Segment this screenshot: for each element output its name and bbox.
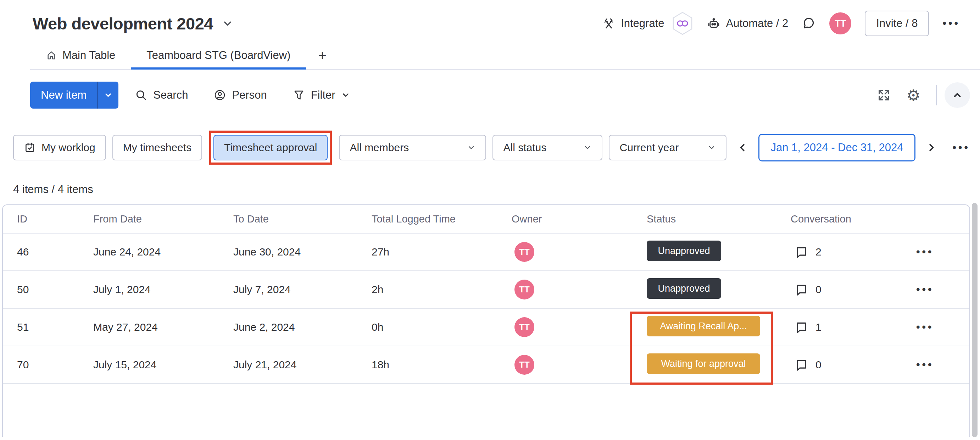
invite-button[interactable]: Invite / 8 (865, 11, 929, 36)
chevron-left-icon (737, 142, 748, 153)
column-header-conversation[interactable]: Conversation (791, 213, 911, 225)
header-more-menu[interactable]: ••• (942, 18, 960, 29)
column-header-status[interactable]: Status (647, 213, 791, 225)
tab-label: Teamboard STG (BoardView) (146, 49, 290, 62)
members-dropdown-value: All members (350, 142, 409, 154)
table-row[interactable]: 70 July 15, 2024 July 21, 2024 18h TT Wa… (3, 346, 969, 384)
cell-from-date[interactable]: July 1, 2024 (93, 284, 233, 296)
chevron-down-icon (583, 143, 592, 152)
status-badge[interactable]: Unapproved (647, 278, 721, 299)
members-dropdown[interactable]: All members (339, 135, 486, 160)
chevron-down-icon (467, 143, 476, 152)
tab-main-table[interactable]: Main Table (30, 41, 131, 70)
owner-avatar[interactable]: TT (514, 355, 534, 375)
tab-teamboard-stg[interactable]: Teamboard STG (BoardView) (131, 41, 306, 70)
user-avatar[interactable]: TT (829, 13, 851, 34)
column-header-from-date[interactable]: From Date (93, 213, 233, 225)
chat-bubble-icon[interactable] (802, 16, 816, 30)
cell-to-date[interactable]: June 2, 2024 (233, 321, 372, 333)
cell-conversation[interactable]: 1 (791, 320, 911, 334)
automate-button[interactable]: Automate / 2 (707, 17, 789, 30)
cell-to-date[interactable]: June 30, 2024 (233, 246, 372, 258)
chevron-down-icon (707, 143, 716, 152)
timesheet-approval-button[interactable]: Timesheet approval (213, 135, 328, 160)
chevron-right-icon (926, 142, 937, 153)
column-header-total-logged-time[interactable]: Total Logged Time (372, 213, 512, 225)
cell-owner: TT (512, 317, 647, 337)
table-row[interactable]: 50 July 1, 2024 July 7, 2024 2h TT Unapp… (3, 271, 969, 309)
my-worklog-button[interactable]: My worklog (13, 135, 106, 160)
cell-conversation[interactable]: 0 (791, 358, 911, 372)
conversation-count: 0 (816, 284, 821, 296)
new-item-label[interactable]: New item (30, 81, 97, 108)
column-header-to-date[interactable]: To Date (233, 213, 372, 225)
table-body: 46 June 24, 2024 June 30, 2024 27h TT Un… (3, 233, 969, 384)
cell-total-logged-time: 18h (372, 359, 512, 371)
vertical-scrollbar[interactable] (972, 203, 977, 437)
filter-button[interactable]: Filter (283, 89, 360, 102)
search-label: Search (153, 89, 188, 102)
person-filter-button[interactable]: Person (204, 89, 276, 102)
table-row[interactable]: 51 May 27, 2024 June 2, 2024 0h TT Await… (3, 309, 969, 346)
search-button[interactable]: Search (126, 89, 197, 102)
table-header-row: ID From Date To Date Total Logged Time O… (3, 205, 969, 233)
timesheet-approval-label: Timesheet approval (224, 142, 317, 154)
row-more-menu[interactable]: ••• (911, 321, 969, 333)
cell-total-logged-time: 0h (372, 321, 512, 333)
integrate-button[interactable]: Integrate (602, 11, 693, 35)
integration-hexagon-badge[interactable] (671, 11, 694, 35)
my-timesheets-label: My timesheets (123, 142, 191, 154)
my-worklog-label: My worklog (41, 142, 95, 154)
add-view-button[interactable]: + (306, 41, 338, 70)
column-header-id[interactable]: ID (3, 213, 93, 225)
integrate-icon (602, 17, 615, 30)
new-item-button[interactable]: New item (30, 81, 118, 108)
owner-avatar[interactable]: TT (514, 317, 534, 337)
status-badge[interactable]: Awaiting Recall Ap... (647, 316, 760, 336)
next-period-button[interactable] (922, 142, 941, 153)
collapse-header-button[interactable] (945, 82, 970, 108)
cell-total-logged-time: 2h (372, 284, 512, 296)
title-chevron-down-icon[interactable] (222, 18, 233, 29)
cell-to-date[interactable]: July 21, 2024 (233, 359, 372, 371)
gear-icon[interactable]: ⚙ (899, 86, 928, 104)
robot-icon (707, 17, 721, 30)
year-dropdown-value: Current year (619, 142, 679, 154)
cell-conversation[interactable]: 0 (791, 282, 911, 297)
timesheet-table: ID From Date To Date Total Logged Time O… (2, 204, 970, 437)
year-dropdown[interactable]: Current year (609, 135, 726, 160)
fullscreen-icon[interactable] (869, 88, 899, 102)
my-timesheets-button[interactable]: My timesheets (112, 135, 202, 160)
row-more-menu[interactable]: ••• (911, 246, 969, 258)
person-label: Person (232, 89, 267, 102)
status-cell: Waiting for approval (647, 354, 791, 376)
previous-period-button[interactable] (733, 142, 752, 153)
board-toolbar: New item Search Person Filter ⚙ (30, 81, 970, 108)
column-header-owner[interactable]: Owner (512, 213, 647, 225)
board-title-row[interactable]: Web development 2024 (33, 14, 233, 33)
status-badge[interactable]: Waiting for approval (647, 354, 760, 374)
owner-avatar[interactable]: TT (514, 280, 534, 300)
cell-id: 46 (3, 246, 93, 258)
cell-from-date[interactable]: May 27, 2024 (93, 321, 233, 333)
status-badge[interactable]: Unapproved (647, 241, 721, 261)
row-more-menu[interactable]: ••• (911, 359, 969, 371)
cell-id: 50 (3, 284, 93, 296)
cell-conversation[interactable]: 2 (791, 245, 911, 259)
table-row[interactable]: 46 June 24, 2024 June 30, 2024 27h TT Un… (3, 233, 969, 271)
conversation-bubble-icon (794, 282, 808, 297)
new-item-chevron-down-icon[interactable] (98, 81, 118, 108)
cell-to-date[interactable]: July 7, 2024 (233, 284, 372, 296)
filter-chevron-down-icon[interactable] (341, 91, 350, 100)
automate-label: Automate / 2 (726, 17, 789, 30)
cell-from-date[interactable]: June 24, 2024 (93, 246, 233, 258)
tab-label: Main Table (62, 49, 115, 62)
row-more-menu[interactable]: ••• (911, 284, 969, 296)
status-dropdown[interactable]: All status (493, 135, 602, 160)
date-range-button[interactable]: Jan 1, 2024 - Dec 31, 2024 (759, 134, 916, 161)
header-actions: Integrate Automate / 2 TT Invite / 8 ••• (602, 11, 960, 36)
cell-from-date[interactable]: July 15, 2024 (93, 359, 233, 371)
page-title: Web development 2024 (33, 14, 213, 33)
filter-row-more-menu[interactable]: ••• (952, 142, 970, 154)
owner-avatar[interactable]: TT (514, 242, 534, 262)
